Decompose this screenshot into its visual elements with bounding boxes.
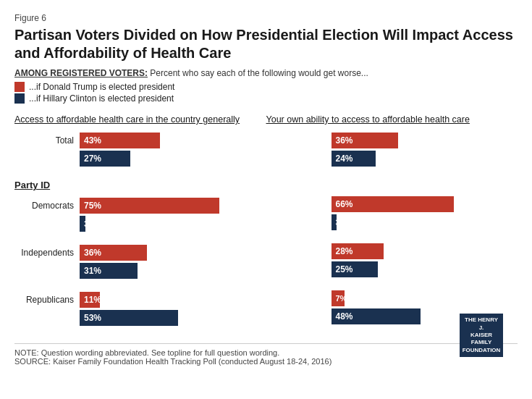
bar-label: 43% [84,135,101,146]
democrats-group-right: 66% 3% [266,196,518,230]
bar-wrap: 66% [332,196,518,212]
bar-total-orange-right: 36% [332,133,399,148]
bar-ind-navy-left: 31% [80,263,138,279]
logo-line1: THE HENRY J. [462,316,501,332]
legend-item-clinton: ...if Hillary Clinton is elected preside… [14,93,518,104]
bar-label: 28% [336,246,353,256]
bar-rep-navy-right: 48% [332,308,421,324]
logo-line3: FOUNDATION [462,347,501,354]
bar-wrap: 25% [332,261,518,277]
bar-wrap: 31% [80,263,266,279]
subtitle-rest: Percent who say each of the following wo… [148,68,368,78]
bar-label: 36% [84,248,101,258]
democrats-group-left: Democrats 75% 3% [14,198,266,232]
bar-rep-orange-left: 11% [80,292,100,308]
bar-dem-navy-right: 3% [332,214,337,230]
figure-label: Figure 6 [14,13,518,23]
note-line1: NOTE: Question wording abbreviated. See … [14,348,518,357]
party-id-label: Party ID [14,180,266,190]
independents-group-right: 28% 25% [266,243,518,277]
bar-wrap: 11% [80,292,266,308]
bar-wrap: 75% [80,198,266,214]
bar-label: 3% [84,219,96,228]
bar-ind-navy-right: 25% [332,261,378,277]
bar-ind-orange-right: 28% [332,243,384,259]
bar-label: 27% [84,154,101,164]
bar-row-rep-orange-right: 7% [266,290,518,306]
legend-box-orange [14,82,25,92]
right-chart: Your own ability to access to affordable… [266,114,518,333]
bar-wrap: 43% [80,133,266,148]
bar-row-dem-navy-right: 3% [266,214,518,230]
bar-wrap: 7% [332,290,518,306]
legend-item-trump: ...if Donald Trump is elected president [14,82,518,92]
bar-dem-orange-right: 66% [332,196,455,212]
bar-dem-orange-left: 75% [80,198,219,214]
bar-row-total-navy-right: 24% [266,151,518,167]
bar-total-orange-left: 43% [80,133,160,148]
bar-row-dem-orange-right: 66% [266,196,518,212]
bar-row-ind-orange-left: Independents 36% [14,245,266,261]
bar-row-ind-navy-left: 31% [14,263,266,279]
bar-label: 66% [336,199,353,209]
bar-row-ind-navy-right: 25% [266,261,518,277]
bar-label: 36% [336,135,353,146]
total-group-right: 36% 24% [266,133,518,167]
left-chart: Access to affordable health care in the … [14,114,266,333]
bar-wrap: 24% [332,151,518,167]
bar-wrap: 28% [332,243,518,259]
bar-wrap: 36% [80,245,266,261]
bar-row-total-orange-right: 36% [266,133,518,148]
subtitle: AMONG REGISTERED VOTERS: Percent who say… [14,68,518,78]
legend: ...if Donald Trump is elected president … [14,82,518,104]
notes: NOTE: Question wording abbreviated. See … [14,343,518,366]
independents-group-left: Independents 36% 31% [14,245,266,279]
bar-label: 75% [84,201,101,211]
legend-label-trump: ...if Donald Trump is elected president [29,82,174,92]
bar-total-navy-right: 24% [332,151,376,167]
logo: THE HENRY J. KAISER FAMILY FOUNDATION [460,314,503,357]
row-label-ind: Independents [14,248,80,258]
bar-label: 53% [84,313,101,323]
bar-wrap: 27% [80,151,266,167]
bar-row-total-navy-left: 27% [14,151,266,167]
legend-box-navy [14,93,25,104]
charts-container: Access to affordable health care in the … [14,114,518,333]
bar-label: 3% [336,218,347,227]
bar-wrap: 36% [332,133,518,148]
bar-wrap: 53% [80,310,266,326]
bar-row-ind-orange-right: 28% [266,243,518,259]
bar-row-total-orange-left: Total 43% [14,133,266,148]
subtitle-underline: AMONG REGISTERED VOTERS: [14,68,148,78]
republicans-group-left: Republicans 11% 53% [14,292,266,326]
bar-row-dem-navy-left: 3% [14,216,266,232]
row-label-total: Total [14,135,80,146]
bar-rep-navy-left: 53% [80,310,178,326]
footer-row: NOTE: Question wording abbreviated. See … [14,333,518,366]
bar-label: 25% [336,264,353,274]
bar-total-navy-left: 27% [80,151,130,167]
row-label-dem: Democrats [14,201,80,211]
bar-row-rep-orange-left: Republicans 11% [14,292,266,308]
note-line2: SOURCE: Kaiser Family Foundation Health … [14,357,518,366]
bar-wrap: 3% [332,214,518,230]
row-label-rep: Republicans [14,295,80,305]
bar-label: 31% [84,266,101,276]
bar-label: 7% [336,294,347,303]
left-chart-title: Access to affordable health care in the … [14,114,266,125]
main-title: Partisan Voters Divided on How President… [14,26,518,62]
logo-line2: KAISER FAMILY [462,332,501,347]
bar-label: 48% [336,311,353,322]
bar-dem-navy-left: 3% [80,216,85,232]
bar-row-dem-orange-left: Democrats 75% [14,198,266,214]
bar-wrap: 3% [80,216,266,232]
legend-label-clinton: ...if Hillary Clinton is elected preside… [29,93,174,104]
bar-label: 24% [336,154,353,164]
total-group-left: Total 43% 27% [14,133,266,167]
bar-row-rep-navy-left: 53% [14,310,266,326]
bar-label: 11% [84,295,101,305]
right-chart-title: Your own ability to access to affordable… [266,114,518,125]
bar-rep-orange-right: 7% [332,290,345,306]
bar-ind-orange-left: 36% [80,245,147,261]
